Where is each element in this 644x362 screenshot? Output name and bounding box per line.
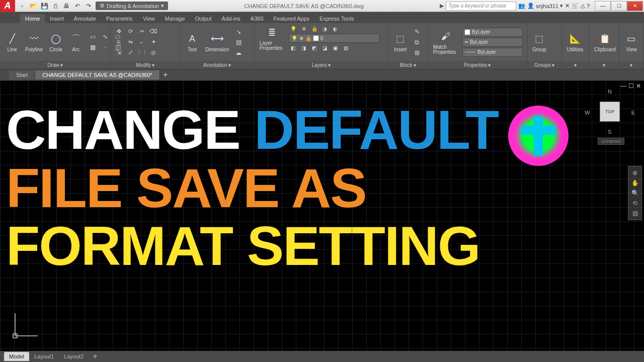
tab-featured[interactable]: Featured Apps — [269, 14, 315, 23]
pan-icon[interactable]: ✋ — [631, 179, 639, 187]
tab-annotate[interactable]: Annotate — [69, 14, 101, 23]
scale-icon[interactable]: ⤢ — [125, 48, 135, 57]
tab-insert[interactable]: Insert — [45, 14, 69, 23]
erase-icon[interactable]: ⌫ — [148, 27, 158, 36]
tab-addins[interactable]: Add-ins — [217, 14, 246, 23]
create-block-icon[interactable]: ⊞ — [412, 48, 423, 57]
color-dropdown[interactable]: ByLayer — [462, 28, 523, 37]
compass-n[interactable]: N — [608, 88, 612, 95]
mirror-icon[interactable]: ⇋ — [125, 38, 135, 47]
file-tab-doc[interactable]: CHANGE DEFAULT SAVE AS @CADIN360* — [35, 70, 159, 79]
file-tab-start[interactable]: Start — [9, 70, 35, 79]
drawing-canvas[interactable]: — ☐ ✕ N S W E TOP Unnamed ⊕ ✋ 🔍 ⟲ ▤ CHAN… — [0, 80, 644, 351]
undo-icon[interactable]: ↶ — [72, 1, 83, 11]
spline-icon[interactable]: ∿ — [100, 32, 111, 41]
tab-a360[interactable]: A360 — [246, 14, 269, 23]
lm5-icon[interactable]: ▣ — [331, 44, 340, 52]
rect-icon[interactable]: ▭ — [87, 32, 98, 41]
attr-icon[interactable]: ⧉ — [412, 38, 423, 47]
compass-e[interactable]: E — [631, 110, 635, 116]
open-icon[interactable]: 📂 — [28, 1, 38, 11]
play-icon[interactable]: ▶ — [440, 3, 444, 9]
tab-layout2[interactable]: Layout2 — [59, 352, 89, 361]
insert-button[interactable]: ⬚Insert — [391, 31, 410, 53]
fillet-icon[interactable]: ⌐ — [137, 38, 147, 47]
polyline-button[interactable]: 〰Polyline — [23, 31, 45, 53]
close-button[interactable]: ✕ — [627, 1, 643, 11]
showmotion-icon[interactable]: ▤ — [632, 210, 638, 217]
save-icon[interactable]: 💾 — [39, 1, 49, 11]
lm1-icon[interactable]: ◧ — [289, 44, 298, 52]
stretch-icon[interactable]: ⇲ — [114, 48, 124, 57]
lm3-icon[interactable]: ◩ — [310, 44, 319, 52]
wcs-dropdown[interactable]: Unnamed — [598, 138, 624, 145]
maximize-button[interactable]: ☐ — [611, 1, 627, 11]
copy-icon[interactable]: ⎘ — [114, 38, 124, 47]
arc-button[interactable]: ⌒Arc — [67, 31, 85, 53]
circle-button[interactable]: ◯Circle — [47, 31, 65, 53]
help-icon[interactable]: ? — [587, 3, 590, 9]
tab-express[interactable]: Express Tools — [314, 14, 359, 23]
utilities-button[interactable]: 📐Utilities — [565, 31, 585, 53]
lm6-icon[interactable]: ▤ — [342, 44, 351, 52]
freeze-icon[interactable]: ❄ — [299, 25, 308, 33]
canvas-close-icon[interactable]: ✕ — [636, 82, 641, 89]
user-menu[interactable]: 👤 snjha311 ▾ — [527, 3, 563, 9]
tab-home[interactable]: Home — [20, 14, 45, 23]
exchange-icon[interactable]: ✕ — [565, 3, 570, 9]
layer-misc2-icon[interactable]: ◐ — [331, 25, 340, 33]
layer-properties-button[interactable]: ≣Layer Properties — [258, 25, 287, 52]
cart-icon[interactable]: 🛒 — [572, 3, 579, 9]
array-icon[interactable]: ⋮⋮ — [137, 48, 147, 57]
view-button[interactable]: ▭View — [622, 31, 640, 53]
saveas-icon[interactable]: ⎙ — [50, 1, 60, 11]
offset-icon[interactable]: ◎ — [148, 48, 158, 57]
tab-view[interactable]: View — [138, 14, 160, 23]
linetype-dropdown[interactable]: ─── ByLayer — [462, 48, 523, 57]
dimension-button[interactable]: ⟷Dimension — [203, 31, 231, 53]
hatch-icon[interactable]: ▦ — [87, 43, 98, 52]
tab-manage[interactable]: Manage — [160, 14, 190, 23]
point-icon[interactable]: · — [100, 43, 111, 52]
tab-parametric[interactable]: Parametric — [101, 14, 138, 23]
lm4-icon[interactable]: ◪ — [320, 44, 330, 52]
app-logo[interactable]: A — [0, 0, 15, 12]
minimize-button[interactable]: — — [595, 1, 611, 11]
layer-misc-icon[interactable]: ◑ — [320, 25, 330, 33]
bulb-icon[interactable]: 💡 — [289, 25, 298, 33]
compass-w[interactable]: W — [585, 110, 590, 116]
redo-icon[interactable]: ↷ — [84, 1, 94, 11]
compass-s[interactable]: S — [608, 129, 611, 135]
lock-icon[interactable]: 🔒 — [310, 25, 319, 33]
fullnav-icon[interactable]: ⊕ — [632, 169, 637, 176]
file-tab-add[interactable]: + — [160, 70, 171, 79]
explode-icon[interactable]: ✦ — [148, 38, 158, 47]
workspace-dropdown[interactable]: ⚙ Drafting & Annotation ▾ — [96, 2, 168, 10]
lineweight-dropdown[interactable]: ━ ByLayer — [462, 38, 523, 47]
print-icon[interactable]: 🖶 — [61, 1, 71, 11]
signin-icon[interactable]: 👥 — [518, 3, 525, 9]
move-icon[interactable]: ✥ — [114, 27, 124, 36]
tab-model[interactable]: Model — [4, 352, 29, 361]
edit-block-icon[interactable]: ✎ — [412, 27, 423, 36]
match-properties-button[interactable]: 🖌Match Properties — [431, 29, 460, 56]
text-button[interactable]: AText — [183, 31, 201, 53]
group-button[interactable]: ⬚Group — [530, 31, 548, 53]
new-icon[interactable]: ▫ — [17, 1, 27, 11]
viewcube-face[interactable]: TOP — [600, 102, 620, 122]
viewcube[interactable]: N S W E TOP Unnamed — [585, 88, 635, 144]
layer-dropdown[interactable]: 💡❄🔓0 — [289, 34, 379, 43]
tab-layout1[interactable]: Layout1 — [29, 352, 59, 361]
line-button[interactable]: ╱Line — [3, 31, 21, 53]
rotate-icon[interactable]: ⟳ — [125, 27, 135, 36]
tab-output[interactable]: Output — [190, 14, 217, 23]
lm2-icon[interactable]: ◨ — [299, 44, 308, 52]
orbit-icon[interactable]: ⟲ — [632, 200, 637, 207]
layout-add[interactable]: + — [89, 352, 101, 361]
trim-icon[interactable]: ✂ — [137, 27, 147, 36]
search-input[interactable]: Type a keyword or phrase — [446, 2, 516, 11]
autodesk-icon[interactable]: △ — [581, 3, 585, 9]
ucs-icon[interactable] — [10, 311, 40, 341]
cloud-icon[interactable]: ☁ — [233, 48, 244, 57]
clipboard-button[interactable]: 📋Clipboard — [592, 31, 618, 53]
